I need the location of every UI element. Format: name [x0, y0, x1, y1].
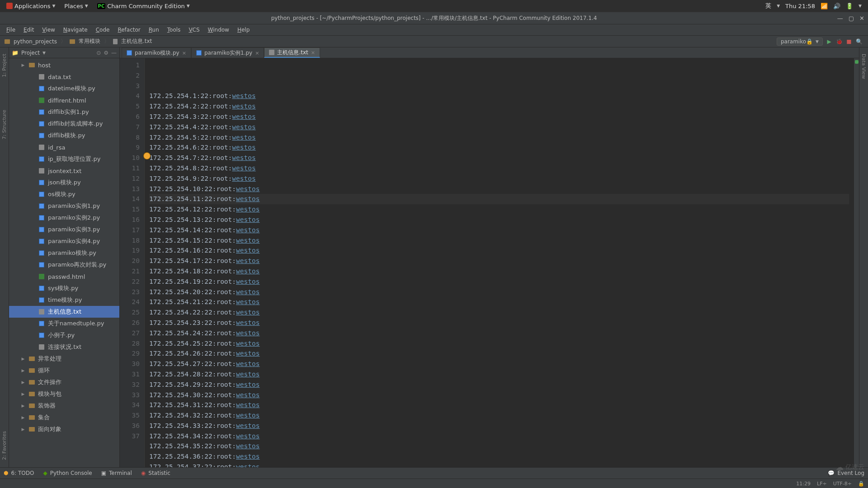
project-tool-tab[interactable]: 1: Project: [0, 51, 8, 80]
run-configuration-selector[interactable]: paramiko🔒 ▼: [777, 38, 823, 46]
readonly-lock-icon[interactable]: 🔒: [858, 481, 864, 487]
app-indicator[interactable]: PC Charm Community Edition ▼: [94, 0, 193, 12]
tree-item[interactable]: paramiko实例2.py: [9, 212, 119, 224]
terminal-button[interactable]: ▣Terminal: [101, 470, 132, 476]
project-tree[interactable]: ▶hostdata.txtdatetime模块.pydiffirent.html…: [9, 58, 119, 467]
py-icon: [196, 50, 202, 56]
hide-tool-window-icon[interactable]: —: [111, 50, 117, 56]
stop-button[interactable]: ■: [845, 38, 853, 45]
tree-item[interactable]: ▶模块与包: [9, 388, 119, 400]
close-tab-icon[interactable]: ×: [182, 50, 186, 56]
activities-menu[interactable]: Applications ▼: [3, 0, 59, 12]
favorites-tool-tab[interactable]: 2: Favorites: [0, 428, 8, 463]
tree-item[interactable]: passwd.html: [9, 271, 119, 282]
menu-view[interactable]: View: [38, 26, 58, 34]
menu-help[interactable]: Help: [234, 26, 253, 34]
run-button[interactable]: ▶: [826, 38, 833, 45]
editor-tab[interactable]: paramiko模块.py×: [122, 47, 191, 58]
tree-item-label: datetime模块.py: [48, 84, 95, 93]
gear-icon[interactable]: ⚙: [104, 50, 108, 56]
window-titlebar[interactable]: python_projects - [~/PycharmProjects/pyt…: [0, 12, 868, 24]
close-tab-icon[interactable]: ×: [255, 50, 259, 56]
tree-item[interactable]: diffirent.html: [9, 94, 119, 106]
menu-window[interactable]: Window: [204, 26, 233, 34]
editor-content: 1234567891011121314151617181920212223242…: [120, 58, 859, 467]
chevron-down-icon: ▼: [52, 4, 55, 8]
breadcrumb-root[interactable]: python_projects: [3, 38, 59, 45]
tree-item[interactable]: ▶文件操作: [9, 376, 119, 388]
tree-item[interactable]: ip_获取地理位置.py: [9, 153, 119, 165]
tree-item[interactable]: ▶装饰器: [9, 400, 119, 412]
todo-tool-button[interactable]: ⬢6: TODO: [4, 470, 34, 476]
menu-code[interactable]: Code: [92, 26, 113, 34]
tree-item[interactable]: paramiko实例4.py: [9, 235, 119, 247]
caret-position[interactable]: 11:29: [796, 481, 811, 487]
maximize-button[interactable]: ▢: [849, 15, 854, 22]
search-everywhere-icon[interactable]: 🔍: [855, 38, 863, 45]
tree-item[interactable]: sys模块.py: [9, 282, 119, 294]
tree-item[interactable]: ▶异常处理: [9, 353, 119, 365]
text-file-icon: [113, 38, 119, 45]
tree-item[interactable]: difflib模块.py: [9, 130, 119, 141]
menu-tools[interactable]: Tools: [164, 26, 184, 34]
tree-item[interactable]: difflib封装成脚本.py: [9, 118, 119, 130]
tree-item[interactable]: ▶面向对象: [9, 423, 119, 435]
input-method-indicator[interactable]: 英: [765, 2, 771, 10]
tree-item[interactable]: paramiko实例3.py: [9, 224, 119, 235]
statistic-button[interactable]: ◉Statistic: [141, 470, 170, 476]
tree-item-label: 连接状况.txt: [48, 343, 81, 351]
structure-tool-tab[interactable]: 7: Structure: [0, 107, 8, 142]
menu-run[interactable]: Run: [145, 26, 163, 34]
tree-item[interactable]: 小例子.py: [9, 329, 119, 341]
tree-item[interactable]: time模块.py: [9, 294, 119, 306]
project-view-label[interactable]: Project: [21, 50, 40, 56]
project-view-icon[interactable]: 📁: [12, 50, 19, 56]
network-icon[interactable]: 📶: [821, 3, 828, 9]
intention-bulb-icon[interactable]: [144, 153, 150, 159]
breadcrumb-file[interactable]: 主机信息.txt: [111, 38, 154, 45]
editor-tab[interactable]: paramiko实例1.py×: [191, 47, 264, 58]
code-editor[interactable]: 172.25.254.1:22:root:westos172.25.254.2:…: [145, 58, 854, 467]
breadcrumb-folder[interactable]: 常用模块: [68, 38, 102, 45]
tree-item[interactable]: id_rsa: [9, 141, 119, 153]
tree-item[interactable]: ▶集合: [9, 412, 119, 423]
editor-tab[interactable]: 主机信息.txt×: [264, 47, 320, 58]
tree-item[interactable]: paramiko实例1.py: [9, 200, 119, 212]
error-stripe[interactable]: [854, 58, 859, 467]
tree-item[interactable]: ▶host: [9, 59, 119, 71]
minimize-button[interactable]: —: [837, 15, 843, 22]
python-console-button[interactable]: ◆Python Console: [43, 470, 92, 476]
close-button[interactable]: ✕: [859, 15, 864, 22]
py-icon: [38, 120, 45, 127]
line-separator[interactable]: LF÷: [817, 481, 827, 487]
tree-item[interactable]: data.txt: [9, 71, 119, 83]
tree-item[interactable]: 连接状况.txt: [9, 341, 119, 353]
tree-item[interactable]: jsontext.txt: [9, 165, 119, 177]
menu-edit[interactable]: Edit: [20, 26, 38, 34]
menu-refactor[interactable]: Refactor: [114, 26, 144, 34]
menu-navigate[interactable]: Navigate: [60, 26, 91, 34]
volume-icon[interactable]: 🔊: [833, 3, 840, 9]
menu-vcs[interactable]: VCS: [185, 26, 203, 34]
menu-file[interactable]: File: [3, 26, 19, 34]
tree-item[interactable]: difflib实例1.py: [9, 106, 119, 118]
tree-item[interactable]: paramiko模块.py: [9, 247, 119, 259]
file-encoding[interactable]: UTF-8÷: [833, 481, 852, 487]
tree-item[interactable]: json模块.py: [9, 177, 119, 188]
tree-item[interactable]: 关于namedtuple.py: [9, 318, 119, 329]
close-tab-icon[interactable]: ×: [311, 50, 315, 56]
tree-item[interactable]: paramko再次封装.py: [9, 259, 119, 271]
tree-item[interactable]: datetime模块.py: [9, 83, 119, 94]
tree-item[interactable]: 主机信息.txt: [9, 306, 119, 318]
tree-item[interactable]: os模块.py: [9, 188, 119, 200]
editor-tab-label: paramiko实例1.py: [204, 49, 252, 57]
dataview-tool-tab[interactable]: Data View: [860, 51, 868, 82]
left-tool-stripe: 1: Project 7: Structure 2: Favorites: [0, 47, 9, 467]
line-number-gutter[interactable]: 1234567891011121314151617181920212223242…: [120, 58, 145, 467]
clock-label[interactable]: Thu 21:58: [785, 3, 815, 9]
battery-icon[interactable]: 🔋: [846, 3, 853, 9]
collapse-all-icon[interactable]: ⊙: [96, 50, 101, 56]
places-menu[interactable]: Places ▼: [61, 0, 91, 12]
debug-button[interactable]: 🐞: [835, 38, 843, 45]
tree-item[interactable]: ▶循环: [9, 365, 119, 376]
